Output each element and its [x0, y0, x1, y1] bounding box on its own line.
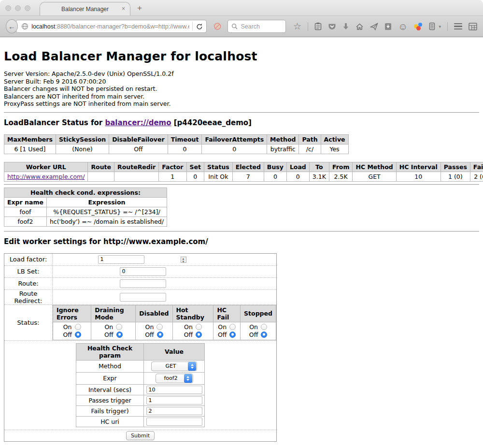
bookmark-star-icon[interactable]: ☆ [293, 22, 301, 31]
ignore-errors-off-radio[interactable] [75, 332, 81, 338]
ignore-errors-radios: On Off [53, 322, 91, 340]
worker-url-link[interactable]: http://www.example.com/ [7, 173, 85, 180]
ignore-errors-on-radio[interactable] [75, 324, 81, 330]
balancer-status-table: MaxMembers StickySession DisableFailover… [4, 134, 349, 154]
on-label: On [218, 323, 227, 331]
disabled-on-radio[interactable] [156, 324, 163, 330]
url-bar[interactable]: localhost:8880/balancer-manager?b=demo&w… [16, 20, 207, 33]
col-draining-mode: Draining Mode [91, 305, 136, 322]
clipboard-icon[interactable] [314, 22, 322, 30]
hc-uri-input[interactable] [146, 418, 202, 426]
cell-factor: 1 [159, 172, 186, 181]
window-zoom-button[interactable] [25, 5, 30, 11]
colored-dots-extension-icon[interactable] [414, 23, 423, 30]
cell-stickysession: (None) [56, 144, 109, 154]
notes-panel-icon[interactable] [429, 22, 435, 30]
panels-grid-icon[interactable] [469, 23, 477, 30]
col-load: Load [286, 162, 309, 172]
divider [4, 184, 479, 185]
col-disablefailover: DisableFailover [109, 134, 168, 144]
table-header-row: Health check cond. expressions: [4, 188, 167, 197]
save-to-device-icon[interactable] [384, 23, 392, 30]
cell-to: 3.1K [309, 172, 329, 181]
load-factor-input[interactable] [98, 255, 144, 264]
send-icon[interactable] [370, 23, 378, 30]
navigation-toolbar: ← localhost:8880/balancer-manager?b=demo… [0, 15, 483, 37]
worker-table: Worker URL Route RouteRedir Factor Set S… [4, 162, 483, 182]
tab-close-icon[interactable]: × [122, 5, 125, 12]
on-label: On [63, 323, 72, 331]
hc-fail-on-radio[interactable] [229, 324, 236, 330]
stopped-off-radio[interactable] [261, 332, 267, 338]
col-expression: Expression [46, 197, 167, 207]
url-divider [192, 22, 193, 30]
number-spinner-icon[interactable]: ▲▼ [181, 257, 186, 263]
balancer-demo-link[interactable]: balancer://demo [105, 118, 171, 127]
back-button[interactable]: ← [6, 19, 18, 33]
cell-hc-method: GET [353, 172, 396, 181]
draining-mode-off-radio[interactable] [116, 332, 123, 338]
pocket-icon[interactable] [328, 23, 336, 30]
tab-balancer-manager[interactable]: Balancer Manager × [40, 2, 130, 15]
expr-select[interactable]: foof2 [156, 374, 193, 383]
col-expr-name: Expr name [4, 197, 47, 207]
method-select-value: GET [156, 363, 185, 369]
cell-maxmembers: 6 [1 Used] [4, 144, 56, 154]
method-select[interactable]: GET [151, 361, 197, 371]
expr-select-value: foof2 [161, 375, 181, 381]
col-maxmembers: MaxMembers [4, 134, 56, 144]
disabled-off-radio[interactable] [157, 332, 163, 338]
edit-worker-heading: Edit worker settings for http://www.exam… [4, 237, 479, 246]
cell-passes: 1 (0) [440, 172, 470, 181]
submit-cell: Submit [4, 430, 277, 441]
col-method: Method [267, 134, 299, 144]
col-hot-standby: Hot Standby [172, 305, 213, 322]
fails-trigger-input[interactable] [146, 407, 202, 415]
hot-standby-on-radio[interactable] [196, 324, 202, 330]
chevron-down-icon[interactable]: ▾ [439, 24, 441, 29]
hc-fail-off-radio[interactable] [229, 332, 236, 338]
route-redirect-input[interactable] [120, 293, 166, 302]
cell-fails: 2 (0) [470, 172, 483, 181]
home-icon[interactable] [355, 23, 364, 30]
window-minimize-button[interactable] [15, 5, 21, 11]
col-active: Active [321, 134, 348, 144]
draining-mode-on-radio[interactable] [116, 324, 122, 330]
table-header-row: Ignore Errors Draining Mode Disabled Hot… [53, 305, 276, 322]
globe-icon [21, 23, 28, 30]
interval-input[interactable] [146, 386, 202, 394]
off-label: Off [184, 331, 193, 338]
table-header-row: Health Check param Value [76, 343, 205, 360]
edit-worker-form: Load factor: ▲▼ LB Set: Route: Route Red… [4, 253, 277, 442]
window-close-button[interactable] [5, 5, 11, 11]
route-input[interactable] [120, 279, 166, 288]
method-label: Method [76, 360, 144, 372]
menu-hamburger-icon[interactable] [454, 23, 462, 30]
hot-standby-off-radio[interactable] [196, 332, 202, 338]
reload-icon[interactable] [196, 23, 203, 30]
passes-trigger-input[interactable] [146, 396, 202, 405]
route-label: Route: [4, 277, 53, 289]
download-icon[interactable] [342, 23, 349, 30]
col-failoverattempts: FailoverAttempts [202, 134, 267, 144]
cell-set: 0 [186, 172, 204, 181]
col-stopped: Stopped [241, 305, 276, 322]
table-row: Interval (secs) [76, 384, 205, 395]
new-tab-button[interactable]: + [137, 3, 142, 13]
divider [4, 112, 479, 113]
col-routeredir: RouteRedir [114, 162, 159, 172]
lb-set-input[interactable] [120, 267, 166, 276]
on-label: On [104, 323, 113, 331]
off-label: Off [104, 331, 113, 338]
cell-failoverattempts: 0 [202, 144, 267, 154]
search-placeholder: Search [241, 23, 260, 30]
col-route: Route [88, 162, 114, 172]
server-info: Server Version: Apache/2.5.0-dev (Unix) … [4, 70, 479, 108]
content-blocked-icon[interactable] [213, 22, 221, 31]
inherit-note-line: Balancers are NOT inherited from main se… [4, 93, 479, 101]
submit-button[interactable]: Submit [126, 431, 155, 440]
search-bar[interactable]: Search [227, 20, 286, 33]
chat-smiley-icon[interactable]: ☺ [398, 22, 408, 31]
stopped-on-radio[interactable] [261, 324, 267, 330]
radio-row: On Off On Off On Off [53, 322, 276, 340]
